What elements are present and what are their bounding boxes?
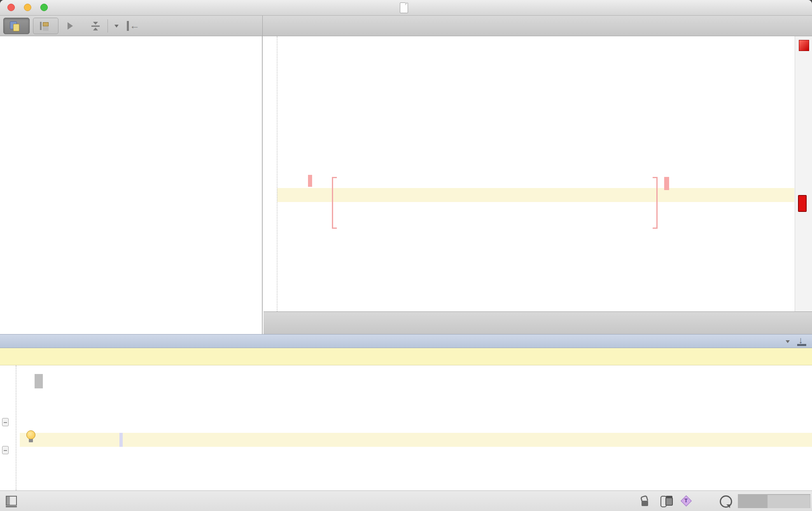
- collapse-all-icon[interactable]: [90, 21, 101, 31]
- more-views-icon[interactable]: [68, 22, 73, 30]
- error-marker-icon[interactable]: [798, 195, 807, 212]
- hide-inspector-icon[interactable]: [796, 336, 807, 347]
- error-marker-top-icon[interactable]: [799, 40, 809, 51]
- template-editor[interactable]: [264, 36, 812, 311]
- code-line-input[interactable]: [296, 60, 327, 74]
- concept-banner: [0, 348, 812, 365]
- inspector-gear-caret-icon[interactable]: [786, 340, 790, 343]
- tf-macro-close[interactable]: [664, 177, 669, 190]
- memory-indicator[interactable]: [738, 494, 810, 508]
- logical-view-icon: [9, 21, 20, 31]
- typesystem-indicator-icon[interactable]: [681, 496, 691, 505]
- toolbar: [0, 16, 812, 36]
- error-stripe-scrollbar[interactable]: [795, 36, 812, 311]
- title-bar: [0, 0, 812, 16]
- mps-window: [0, 0, 812, 511]
- macro-bracket-right: [653, 177, 658, 229]
- code-line-template[interactable]: [296, 46, 302, 60]
- memory-text: [738, 494, 810, 508]
- no-statements-cell[interactable]: [119, 433, 123, 447]
- status-bar: [0, 490, 812, 511]
- unlock-icon[interactable]: [641, 496, 650, 506]
- fold-marker-icon[interactable]: [2, 418, 9, 426]
- toolbar-separator: [107, 19, 108, 33]
- scroll-from-source-icon[interactable]: [126, 21, 138, 31]
- reference-target-line[interactable]: [35, 374, 43, 388]
- inspector-current-line-highlight: [20, 433, 812, 447]
- editor-gutter: [277, 36, 278, 311]
- project-tree: [0, 36, 263, 334]
- document-icon: [400, 2, 408, 13]
- toggle-tool-windows-icon[interactable]: [6, 496, 17, 506]
- highlighting-level-icon[interactable]: [660, 495, 674, 507]
- tf-macro-open: [308, 175, 312, 187]
- main-area: [0, 36, 812, 334]
- logical-view-tab[interactable]: [3, 18, 30, 34]
- file-system-tab[interactable]: [33, 18, 58, 34]
- fold-marker-icon[interactable]: [2, 446, 9, 454]
- current-line-highlight: [277, 188, 794, 202]
- panel-divider: [262, 16, 263, 36]
- intention-lightbulb-icon[interactable]: [26, 430, 36, 444]
- view-switcher: [0, 16, 262, 36]
- inspector-gutter: [16, 365, 16, 490]
- macro-bracket-left: [332, 177, 337, 229]
- inspector-header: [0, 334, 812, 348]
- file-system-icon: [39, 21, 49, 31]
- code-line-tf-open[interactable]: [308, 174, 321, 188]
- bottom-tab-strip: [264, 311, 812, 334]
- notifications-icon[interactable]: [720, 495, 731, 507]
- gear-dropdown-caret-icon[interactable]: [114, 25, 119, 28]
- inspector-body[interactable]: [0, 365, 812, 490]
